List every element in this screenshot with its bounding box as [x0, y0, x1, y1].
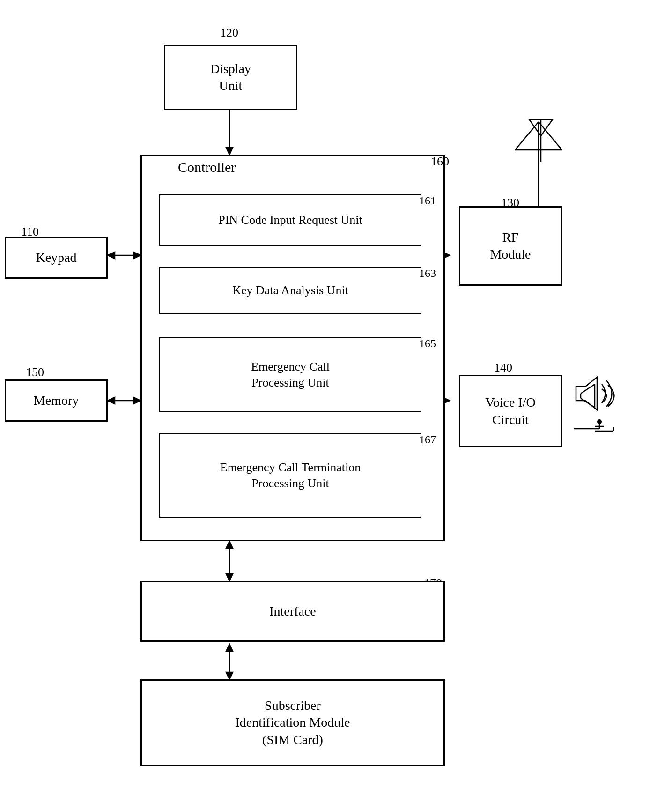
svg-marker-4 — [108, 252, 115, 259]
diagram-container: 120 DisplayUnit Controller 160 PIN Code … — [0, 0, 672, 811]
ref-160: 160 — [431, 155, 449, 169]
memory-block: Memory — [5, 379, 108, 422]
svg-marker-19 — [226, 644, 233, 651]
svg-marker-15 — [226, 574, 233, 581]
emergency-call-block: Emergency CallProcessing Unit — [159, 337, 421, 412]
key-data-block: Key Data Analysis Unit — [159, 267, 421, 314]
speaker-icon-svg — [571, 375, 618, 417]
keypad-block: Keypad — [5, 237, 108, 279]
voice-io-block: Voice I/OCircuit — [459, 375, 562, 447]
rf-module-block: RFModule — [459, 206, 562, 286]
svg-marker-16 — [226, 541, 233, 548]
ref-150: 150 — [26, 365, 44, 379]
ref-167: 167 — [419, 433, 436, 446]
svg-marker-7 — [108, 397, 115, 404]
ref-140: 140 — [494, 361, 512, 375]
controller-label: Controller — [178, 159, 236, 175]
svg-marker-1 — [226, 148, 233, 155]
display-unit-block: DisplayUnit — [164, 45, 297, 110]
interface-block: Interface — [140, 581, 445, 642]
ref-163: 163 — [419, 267, 436, 280]
emergency-termination-block: Emergency Call TerminationProcessing Uni… — [159, 433, 421, 518]
svg-point-36 — [597, 419, 602, 424]
svg-marker-3 — [133, 252, 140, 259]
ref-161: 161 — [419, 194, 436, 207]
ref-165: 165 — [419, 337, 436, 350]
sim-card-block: SubscriberIdentification Module(SIM Card… — [140, 679, 445, 766]
svg-marker-33 — [576, 377, 597, 410]
microphone-icon-svg — [571, 419, 618, 443]
antenna-svg — [510, 117, 571, 164]
svg-marker-18 — [226, 672, 233, 679]
pin-code-block: PIN Code Input Request Unit — [159, 194, 421, 246]
svg-marker-6 — [133, 397, 140, 404]
ref-120: 120 — [220, 26, 238, 40]
